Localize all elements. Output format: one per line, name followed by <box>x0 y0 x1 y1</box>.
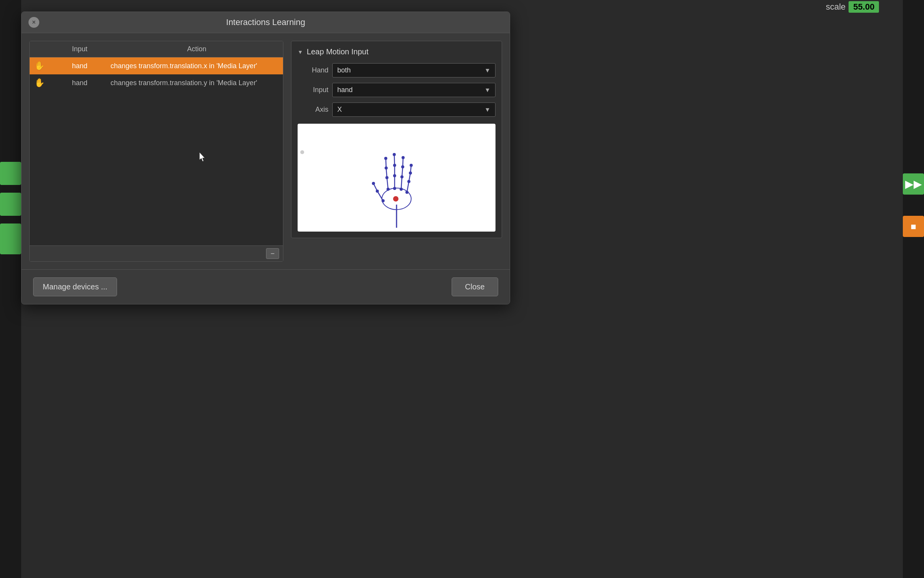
hand-diagram-svg <box>298 124 495 232</box>
dialog-title: Interactions Learning <box>226 17 305 27</box>
interactions-table: Input Action ✋ hand changes transform.tr… <box>29 41 283 262</box>
input-label: Input <box>298 86 328 94</box>
row-action-1: changes transform.translation.x in 'Medi… <box>110 62 283 70</box>
hand-field-row: Hand both ▼ <box>298 63 495 77</box>
svg-point-24 <box>400 188 403 191</box>
input-dropdown-value: hand <box>337 86 353 94</box>
hand-label: Hand <box>298 66 328 74</box>
scale-label: scale <box>826 2 845 12</box>
left-panel: Input Action ✋ hand changes transform.tr… <box>29 41 283 262</box>
axis-field-row: Axis X ▼ <box>298 102 495 117</box>
svg-line-21 <box>401 177 402 189</box>
svg-point-12 <box>385 166 388 170</box>
svg-point-35 <box>393 196 398 202</box>
svg-point-33 <box>409 171 412 175</box>
svg-point-11 <box>385 176 388 179</box>
table-footer: − <box>30 245 283 261</box>
axis-dropdown-arrow: ▼ <box>484 106 490 113</box>
table-row[interactable]: ✋ hand changes transform.translation.x i… <box>30 57 283 74</box>
stop-icon: ■ <box>911 221 916 232</box>
axis-dropdown-value: X <box>337 106 342 114</box>
row-icon-1: ✋ <box>30 61 49 71</box>
input-field-row: Input hand ▼ <box>298 83 495 97</box>
svg-line-7 <box>387 178 388 189</box>
svg-point-20 <box>393 153 396 156</box>
right-panel: ▼ Leap Motion Input Hand both ▼ Input ha… <box>291 41 502 262</box>
svg-line-16 <box>394 155 395 165</box>
axis-dropdown[interactable]: X ▼ <box>332 102 495 117</box>
sidebar-right <box>903 0 924 578</box>
row-icon-2: ✋ <box>30 78 49 88</box>
col-header-input: Input <box>49 41 110 57</box>
green-block-4[interactable] <box>0 239 21 254</box>
dialog-bottom-bar: Manage devices ... Close <box>22 269 510 304</box>
hand-dropdown-value: both <box>337 66 351 74</box>
leap-motion-header: ▼ Leap Motion Input <box>298 47 495 56</box>
arrow-right-icon: ▶▶ <box>905 178 922 190</box>
svg-point-17 <box>393 187 396 190</box>
input-dropdown[interactable]: hand ▼ <box>332 83 495 97</box>
svg-point-6 <box>372 182 375 185</box>
green-block-2[interactable] <box>0 193 21 216</box>
table-row[interactable]: ✋ hand changes transform.translation.y i… <box>30 74 283 91</box>
manage-devices-button[interactable]: Manage devices ... <box>33 277 117 296</box>
svg-point-34 <box>410 164 413 167</box>
row-input-2: hand <box>49 79 110 87</box>
svg-point-4 <box>382 199 385 202</box>
green-block-1[interactable] <box>0 162 21 185</box>
leap-motion-section: ▼ Leap Motion Input Hand both ▼ Input ha… <box>291 41 502 238</box>
svg-point-13 <box>384 157 387 160</box>
sidebar-left <box>0 0 21 578</box>
svg-point-25 <box>400 175 403 178</box>
row-input-1: hand <box>49 62 110 70</box>
axis-label: Axis <box>298 106 328 114</box>
col-header-icon <box>30 41 49 57</box>
dialog-titlebar: × Interactions Learning <box>22 12 510 33</box>
collapse-icon[interactable]: ▼ <box>298 49 303 55</box>
svg-line-28 <box>407 181 409 192</box>
svg-point-5 <box>376 190 379 193</box>
table-empty-area <box>30 91 283 245</box>
dialog-close-button[interactable]: × <box>28 17 39 28</box>
table-header: Input Action <box>30 41 283 57</box>
right-stop-button[interactable]: ■ <box>903 216 924 237</box>
svg-point-18 <box>393 174 396 177</box>
scroll-indicator-dot <box>300 150 304 154</box>
interactions-learning-dialog: × Interactions Learning Input Action ✋ h… <box>21 12 510 304</box>
hand-dropdown-arrow: ▼ <box>484 67 490 74</box>
scale-value: 55.00 <box>849 1 879 13</box>
svg-point-31 <box>405 191 408 194</box>
row-action-2: changes transform.translation.y in 'Medi… <box>110 79 283 87</box>
hand-preview <box>298 124 495 232</box>
svg-point-19 <box>393 164 396 167</box>
leap-motion-title: Leap Motion Input <box>307 47 368 56</box>
input-dropdown-arrow: ▼ <box>484 87 490 94</box>
close-dialog-button[interactable]: Close <box>452 277 498 296</box>
remove-row-button[interactable]: − <box>266 248 279 259</box>
svg-point-32 <box>407 180 410 183</box>
svg-point-27 <box>402 156 405 159</box>
svg-point-26 <box>401 165 404 168</box>
hand-dropdown[interactable]: both ▼ <box>332 63 495 77</box>
right-nav-button[interactable]: ▶▶ <box>903 173 924 195</box>
col-header-action: Action <box>110 41 283 57</box>
svg-point-10 <box>387 188 390 191</box>
scale-display: scale 55.00 <box>826 0 903 13</box>
dialog-body: Input Action ✋ hand changes transform.tr… <box>22 33 510 269</box>
